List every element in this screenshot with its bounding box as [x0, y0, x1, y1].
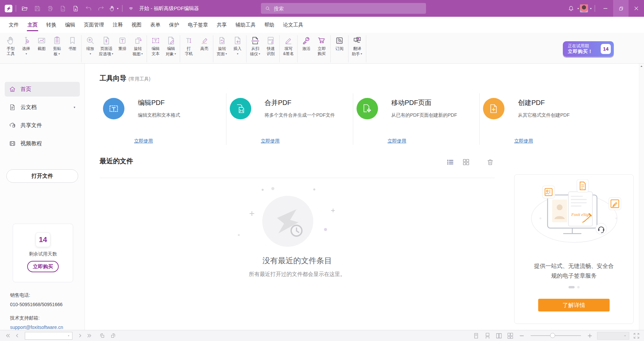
export-page-button[interactable]: ▼	[57, 3, 68, 14]
carousel-dot[interactable]	[577, 286, 580, 288]
use-now-link[interactable]: 立即使用	[261, 138, 280, 144]
single-page-view-button[interactable]	[472, 332, 480, 340]
restore-button[interactable]	[613, 0, 629, 17]
caret-down-icon[interactable]: ▼	[577, 7, 579, 10]
bookmark-button[interactable]: 书签 ▼	[65, 35, 80, 62]
facing-continuous-view-button[interactable]	[506, 332, 515, 340]
support-email-link[interactable]: support@foxitsoftware.cn	[10, 323, 63, 332]
save-icon	[34, 5, 41, 12]
fill-sign-button[interactable]: 填写 &签名▼	[281, 35, 296, 62]
translate-button[interactable]: 翻译 助手▼	[350, 35, 365, 62]
buy-now-button[interactable]: 立即购买	[27, 261, 59, 272]
content-scrollbar[interactable]	[639, 64, 644, 330]
undo-button[interactable]: ▼	[83, 3, 94, 14]
titlebar-quick-actions: ▼ ▼ ▼ ▼ ▼	[19, 3, 119, 14]
reflow-button[interactable]: 重排 ▼	[115, 35, 130, 62]
toolbar-group: 翻译 助手▼	[348, 35, 366, 62]
user-avatar[interactable]	[580, 4, 588, 12]
grid-view-button[interactable]	[462, 158, 471, 167]
menu-tab-protect[interactable]: 保护	[165, 17, 183, 33]
fullscreen-button[interactable]	[632, 332, 641, 340]
select-button[interactable]: 选择 ▼	[18, 35, 34, 62]
hand-mode-button[interactable]: ▼	[108, 3, 119, 14]
rotate-left-button[interactable]	[98, 331, 107, 340]
menu-tab-paper-tools[interactable]: 论文工具	[279, 17, 308, 33]
insert-button[interactable]: 插入 ▼	[230, 35, 245, 62]
menu-tab-edit[interactable]: 编辑	[61, 17, 79, 33]
typewriter-button[interactable]: 打 字机▼	[181, 35, 197, 62]
open-file-sidebar-button[interactable]: 打开文件	[6, 169, 78, 183]
clear-recent-button[interactable]	[486, 158, 494, 166]
continuous-view-button[interactable]	[483, 332, 492, 340]
menu-tab-esign[interactable]: 电子签章	[183, 17, 212, 33]
esign-promo-text: 提供一站式、无缝流畅、安全合 规的电子签章服务	[515, 261, 633, 281]
menu-tab-view[interactable]: 视图	[127, 17, 146, 33]
menu-tab-help[interactable]: 帮助	[260, 17, 279, 33]
menu-tab-organize[interactable]: 页面管理	[79, 17, 108, 33]
zoom-slider[interactable]	[531, 335, 581, 336]
zoom-level-combo[interactable]	[597, 332, 629, 340]
zoom-out-button[interactable]	[518, 332, 526, 340]
scroll-up-icon[interactable]	[639, 64, 644, 68]
facing-view-button[interactable]	[495, 332, 503, 340]
edit-text-button[interactable]: 编辑 文本▼	[148, 35, 163, 62]
notifications-button[interactable]	[566, 3, 576, 14]
sidebar-item-cloud-docs[interactable]: 云文档 ▼	[5, 100, 80, 115]
from-scanner-button[interactable]: 从扫 描仪▼	[248, 35, 263, 62]
caret-down-icon[interactable]: ▼	[590, 7, 592, 10]
menu-tab-convert[interactable]: 转换	[42, 17, 61, 33]
open-file-button[interactable]: ▼	[19, 3, 30, 14]
learn-more-button[interactable]: 了解详情	[538, 299, 610, 311]
sidebar-item-shared-files[interactable]: 共享文件 ▼	[5, 118, 80, 133]
rotate-view-button[interactable]: 旋转 视图▼	[130, 35, 146, 62]
zoom-button[interactable]: 缩放 ▼	[83, 35, 98, 62]
use-now-link[interactable]: 立即使用	[388, 138, 407, 144]
rotate-pages-button[interactable]: 旋转 页面▼	[214, 35, 230, 62]
restore-icon	[618, 5, 624, 12]
close-button[interactable]	[629, 0, 644, 17]
zoom-slider-thumb[interactable]	[550, 333, 555, 338]
list-view-button[interactable]	[446, 158, 455, 167]
rotate-right-button[interactable]	[109, 331, 117, 340]
sidebar-item-home[interactable]: 首页 ▼	[5, 82, 80, 97]
card-description: 编辑文档和文本格式	[138, 112, 226, 118]
next-page-button[interactable]	[76, 331, 85, 340]
quick-ocr-button[interactable]: OCR 快速 识别▼	[263, 35, 278, 62]
home-icon	[9, 86, 16, 93]
reflow-icon	[117, 36, 127, 46]
menu-tab-file[interactable]: 文件	[4, 17, 23, 33]
sidebar-item-video-tutorials[interactable]: 视频教程 ▼	[5, 136, 80, 151]
page-fit-button[interactable]: 页面适 应选项▼	[98, 35, 115, 62]
page-fit-icon	[101, 36, 111, 46]
save-button[interactable]: ▼	[32, 3, 43, 14]
insert-icon	[232, 36, 243, 46]
trial-purchase-badge[interactable]: 正在试用期 立即购买！ 14	[563, 41, 614, 57]
carousel-dot-active[interactable]	[569, 286, 575, 288]
decor-sparkle	[250, 211, 254, 216]
menu-tab-share[interactable]: 共享	[212, 17, 231, 33]
search-input[interactable]	[274, 6, 422, 11]
edit-object-button[interactable]: 编辑 对象▼	[163, 35, 179, 62]
print-button[interactable]: ▼	[44, 3, 56, 14]
use-now-link[interactable]: 立即使用	[514, 138, 533, 144]
zoom-in-button[interactable]	[586, 332, 594, 340]
clipboard-button[interactable]: 剪贴 板▼	[49, 35, 65, 62]
purchase-button[interactable]: 立即 购买▼	[314, 35, 329, 62]
add-page-button[interactable]: ▼	[70, 3, 81, 14]
caret-down-icon[interactable]: ▼	[73, 106, 76, 109]
activate-button[interactable]: 激活 ▼	[299, 35, 314, 62]
menu-tab-comment[interactable]: 注释	[108, 17, 127, 33]
use-now-link[interactable]: 立即使用	[134, 138, 153, 144]
hand-tool-button[interactable]: 手型 工具▼	[3, 35, 18, 62]
subscribe-button[interactable]: 订阅 ▼	[332, 35, 347, 62]
snapshot-button[interactable]: 截图 ▼	[34, 35, 49, 62]
last-page-button[interactable]	[85, 331, 94, 340]
highlight-button[interactable]: 高亮 ▼	[197, 35, 212, 62]
menu-tab-home[interactable]: 主页	[23, 17, 42, 33]
collapse-ribbon-button[interactable]	[125, 3, 137, 14]
menu-tab-form[interactable]: 表单	[146, 17, 165, 33]
menu-tab-accessibility[interactable]: 辅助工具	[231, 17, 260, 33]
minimize-button[interactable]	[598, 0, 613, 17]
redo-button[interactable]: ▼	[95, 3, 107, 14]
global-search[interactable]	[261, 3, 426, 14]
